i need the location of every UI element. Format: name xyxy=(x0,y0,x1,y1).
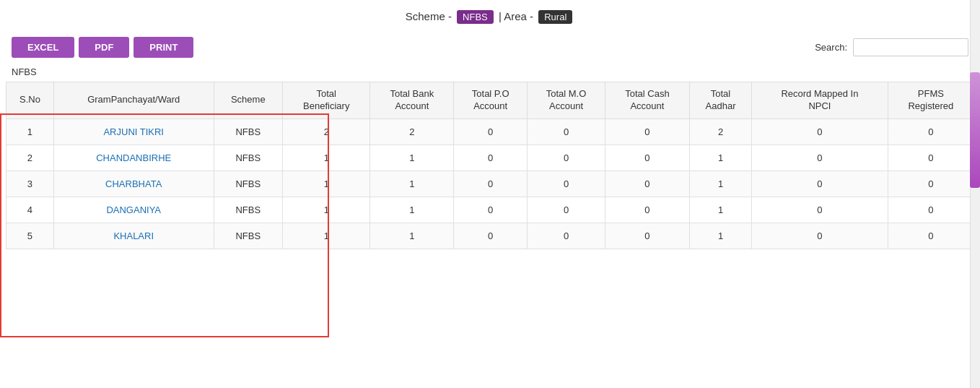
col-cash-acc: Total CashAccount xyxy=(605,82,689,119)
cell-mo-acc: 0 xyxy=(528,145,605,171)
cell-aadhar: 1 xyxy=(689,223,751,249)
cell-npci: 0 xyxy=(752,223,888,249)
cell-total-ben: 1 xyxy=(283,145,370,171)
cell-npci: 0 xyxy=(752,145,888,171)
cell-po-acc: 0 xyxy=(454,145,528,171)
cell-aadhar: 1 xyxy=(689,171,751,197)
cell-cash-acc: 0 xyxy=(605,197,689,223)
col-aadhar: TotalAadhar xyxy=(689,82,751,119)
cell-bank-acc: 1 xyxy=(370,171,454,197)
gram-link[interactable]: KHALARI xyxy=(113,230,154,241)
col-npci: Record Mapped InNPCI xyxy=(752,82,888,119)
col-scheme: Scheme xyxy=(214,82,282,119)
gram-link[interactable]: CHANDANBIRHE xyxy=(96,152,171,163)
cell-aadhar: 1 xyxy=(689,197,751,223)
area-label-text: | Area - xyxy=(499,10,533,22)
cell-sno: 3 xyxy=(6,171,54,197)
cell-total-ben: 2 xyxy=(283,118,370,145)
cell-total-ben: 1 xyxy=(283,171,370,197)
cell-scheme: NFBS xyxy=(214,223,282,249)
cell-gram[interactable]: ARJUNI TIKRI xyxy=(53,118,214,145)
cell-pfms: 0 xyxy=(888,118,974,145)
cell-cash-acc: 0 xyxy=(605,223,689,249)
cell-gram[interactable]: CHANDANBIRHE xyxy=(53,145,214,171)
col-gram: GramPanchayat/Ward xyxy=(53,82,214,119)
print-button[interactable]: PRINT xyxy=(134,37,193,58)
cell-mo-acc: 0 xyxy=(528,118,605,145)
cell-scheme: NFBS xyxy=(214,145,282,171)
excel-button[interactable]: EXCEL xyxy=(12,37,74,58)
cell-cash-acc: 0 xyxy=(605,171,689,197)
cell-po-acc: 0 xyxy=(454,197,528,223)
cell-cash-acc: 0 xyxy=(605,118,689,145)
cell-mo-acc: 0 xyxy=(528,171,605,197)
cell-total-ben: 1 xyxy=(283,197,370,223)
cell-aadhar: 2 xyxy=(689,118,751,145)
cell-sno: 2 xyxy=(6,145,54,171)
cell-gram[interactable]: KHALARI xyxy=(53,223,214,249)
cell-sno: 1 xyxy=(6,118,54,145)
table-container: S.No GramPanchayat/Ward Scheme TotalBene… xyxy=(0,82,980,255)
cell-mo-acc: 0 xyxy=(528,197,605,223)
toolbar-buttons: EXCEL PDF PRINT xyxy=(12,37,193,58)
cell-gram[interactable]: DANGANIYA xyxy=(53,197,214,223)
search-label: Search: xyxy=(815,42,847,53)
gram-link[interactable]: ARJUNI TIKRI xyxy=(103,126,164,137)
cell-npci: 0 xyxy=(752,171,888,197)
cell-po-acc: 0 xyxy=(454,118,528,145)
cell-bank-acc: 2 xyxy=(370,118,454,145)
cell-sno: 4 xyxy=(6,197,54,223)
data-table: S.No GramPanchayat/Ward Scheme TotalBene… xyxy=(6,82,974,249)
table-row: 5KHALARINFBS11000100 xyxy=(6,223,974,249)
table-row: 2CHANDANBIRHENFBS11000100 xyxy=(6,145,974,171)
table-header-row: S.No GramPanchayat/Ward Scheme TotalBene… xyxy=(6,82,974,119)
cell-bank-acc: 1 xyxy=(370,197,454,223)
cell-scheme: NFBS xyxy=(214,171,282,197)
cell-po-acc: 0 xyxy=(454,223,528,249)
toolbar: EXCEL PDF PRINT Search: xyxy=(0,31,980,64)
cell-npci: 0 xyxy=(752,197,888,223)
cell-bank-acc: 1 xyxy=(370,145,454,171)
col-bank-acc: Total BankAccount xyxy=(370,82,454,119)
cell-aadhar: 1 xyxy=(689,145,751,171)
cell-total-ben: 1 xyxy=(283,223,370,249)
table-row: 3CHARBHATANFBS11000100 xyxy=(6,171,974,197)
cell-scheme: NFBS xyxy=(214,197,282,223)
scheme-badge: NFBS xyxy=(457,10,494,24)
search-input[interactable] xyxy=(853,38,968,56)
cell-pfms: 0 xyxy=(888,197,974,223)
cell-pfms: 0 xyxy=(888,223,974,249)
cell-po-acc: 0 xyxy=(454,171,528,197)
scheme-section-label: NFBS xyxy=(0,64,980,82)
col-total-ben: TotalBeneficiary xyxy=(283,82,370,119)
cell-pfms: 0 xyxy=(888,145,974,171)
scheme-label-text: Scheme - xyxy=(406,10,452,22)
cell-pfms: 0 xyxy=(888,171,974,197)
table-body: 1ARJUNI TIKRINFBS220002002CHANDANBIRHENF… xyxy=(6,118,974,249)
gram-link[interactable]: DANGANIYA xyxy=(106,204,161,215)
cell-gram[interactable]: CHARBHATA xyxy=(53,171,214,197)
cell-cash-acc: 0 xyxy=(605,145,689,171)
scrollbar[interactable] xyxy=(970,0,980,388)
page-wrapper: Scheme - NFBS | Area - Rural EXCEL PDF P… xyxy=(0,0,980,388)
gram-link[interactable]: CHARBHATA xyxy=(105,178,162,189)
cell-bank-acc: 1 xyxy=(370,223,454,249)
scrollbar-thumb[interactable] xyxy=(970,72,980,188)
cell-npci: 0 xyxy=(752,118,888,145)
cell-scheme: NFBS xyxy=(214,118,282,145)
area-badge: Rural xyxy=(538,10,572,24)
cell-sno: 5 xyxy=(6,223,54,249)
col-po-acc: Total P.OAccount xyxy=(454,82,528,119)
pdf-button[interactable]: PDF xyxy=(79,37,129,58)
table-row: 4DANGANIYANFBS11000100 xyxy=(6,197,974,223)
col-pfms: PFMSRegistered xyxy=(888,82,974,119)
col-sno: S.No xyxy=(6,82,54,119)
header-title: Scheme - NFBS | Area - Rural xyxy=(0,0,980,31)
table-row: 1ARJUNI TIKRINFBS22000200 xyxy=(6,118,974,145)
col-mo-acc: Total M.OAccount xyxy=(528,82,605,119)
cell-mo-acc: 0 xyxy=(528,223,605,249)
search-area: Search: xyxy=(815,38,968,56)
